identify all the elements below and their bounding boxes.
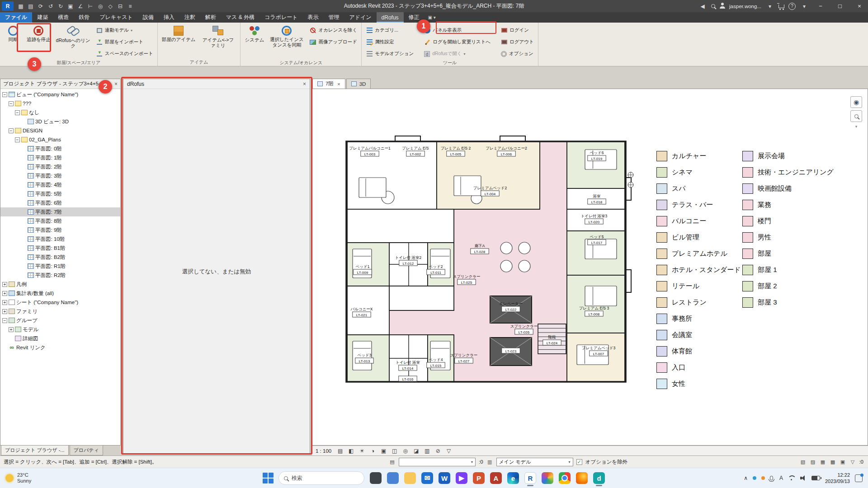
model-options-button[interactable]: モデルオプション	[364, 50, 415, 58]
ribbon-tab-4[interactable]: 鉄骨	[74, 12, 94, 23]
drofus-icon[interactable]: d	[590, 469, 608, 487]
tree-item[interactable]: 3D ビュー: 3D	[0, 117, 120, 126]
volume-icon[interactable]	[800, 475, 807, 481]
ribbon-tab-13[interactable]: 管理	[323, 12, 344, 23]
tray-app-icon[interactable]	[753, 476, 756, 480]
minimize-button[interactable]: −	[813, 0, 828, 12]
ribbon-tab-15[interactable]: dRofus	[377, 12, 404, 23]
tree-item[interactable]: 平面図: 6階	[0, 198, 120, 207]
save-icon[interactable]: ▦	[16, 3, 25, 9]
close-icon[interactable]: ×	[337, 81, 340, 87]
tab-properties[interactable]: プロパティ	[70, 446, 103, 455]
tree-item[interactable]: 平面図: 9階	[0, 225, 120, 235]
zoom-icon[interactable]	[850, 110, 862, 122]
undo-icon[interactable]: ↺	[46, 3, 55, 9]
link-to-drofus-button[interactable]: dRofusへのリンク	[54, 24, 93, 49]
import-rooms-button[interactable]: 部屋をインポート	[94, 38, 155, 46]
help-caret-icon[interactable]: ▾	[800, 3, 809, 9]
tree-item[interactable]: 平面図: B1階	[0, 244, 120, 253]
print-icon[interactable]: ▣	[66, 3, 75, 9]
ribbon-tab-14[interactable]: アドイン	[344, 12, 376, 23]
temporary-hide-isolate-icon[interactable]: ◎	[401, 447, 409, 455]
reveal-hidden-elements-icon[interactable]: ◪	[412, 447, 420, 455]
steering-wheel-icon[interactable]: ◉	[850, 96, 862, 108]
exclude-occurrence-button[interactable]: オカレンスを除く	[308, 27, 359, 34]
tree-item[interactable]: +ファミリ	[0, 307, 120, 316]
account-caret-icon[interactable]: ▾	[765, 3, 774, 9]
navbar-caret-icon[interactable]: ▾	[855, 124, 858, 129]
thin-lines-icon[interactable]: ≡	[126, 3, 135, 9]
sync-selected-instances-button[interactable]: 選択したインスタンスを同期	[267, 24, 306, 48]
tree-collapse-icon[interactable]: −	[15, 110, 20, 115]
tree-collapse-icon[interactable]: −	[2, 92, 7, 97]
select-pinned-icon[interactable]: ▦	[819, 459, 826, 465]
start-log-button[interactable]: ログを開始し変更リストへ	[422, 38, 492, 46]
tray-chevron-icon[interactable]: ∧	[744, 475, 748, 481]
sync-with-central-icon[interactable]: ⟳	[36, 3, 45, 9]
show-crop-region-icon[interactable]: ◫	[391, 447, 398, 455]
acrobat-icon[interactable]: A	[487, 469, 505, 487]
tree-expand-icon[interactable]: +	[2, 291, 7, 296]
dimension-icon[interactable]: ⊢	[86, 3, 95, 9]
tree-item[interactable]: 平面図: 2階	[0, 162, 120, 171]
login-button[interactable]: ログイン	[499, 27, 535, 34]
clock[interactable]: 12:22 2023/09/13	[825, 472, 850, 485]
ribbon-tab-1[interactable]: ファイル	[0, 12, 32, 23]
collapse-icon[interactable]: ◀	[698, 3, 707, 9]
active-workset-select[interactable]: ▾	[399, 458, 476, 466]
sync-button[interactable]: 同期	[3, 24, 24, 42]
ribbon-tab-9[interactable]: 解析	[200, 12, 221, 23]
tree-expand-icon[interactable]: +	[2, 300, 7, 305]
tree-item[interactable]: +モデル	[0, 325, 120, 334]
drag-on-selection-icon[interactable]: ▣	[839, 459, 846, 465]
filter-icon[interactable]: ▽	[849, 459, 856, 465]
ribbon-tab-8[interactable]: 注釈	[179, 12, 200, 23]
tree-item[interactable]: 平面図: 4階	[0, 180, 120, 189]
tree-collapse-icon[interactable]: −	[2, 318, 7, 323]
ribbon-tab-11[interactable]: コラボレート	[259, 12, 302, 23]
ribbon-tab-6[interactable]: 設備	[138, 12, 159, 23]
tree-item[interactable]: +シート ("Company Name")	[0, 298, 120, 307]
close-icon[interactable]: ×	[114, 81, 118, 87]
open-in-drofus-button[interactable]: dRofusで開く▾	[422, 50, 492, 58]
account-menu[interactable]: jasper.wong...	[729, 4, 761, 9]
word-icon[interactable]: W	[436, 469, 453, 487]
open-icon[interactable]: ▤	[26, 3, 35, 9]
design-options-icon[interactable]: ▥	[486, 459, 493, 465]
floor-plan[interactable]: プレミアムバルコニー1LT-003プレミアム E/SLT-002プレミアム E/…	[341, 134, 635, 394]
redo-icon[interactable]: ↻	[56, 3, 65, 9]
tree-item[interactable]: 平面図: 1階	[0, 153, 120, 162]
close-button[interactable]: ×	[852, 0, 867, 12]
edge-icon[interactable]: e	[505, 469, 522, 487]
clipchamp-icon[interactable]: ▶	[453, 469, 470, 487]
attribute-settings-button[interactable]: 属性設定	[364, 38, 415, 46]
wifi-icon[interactable]	[788, 475, 795, 481]
tree-item[interactable]: 平面図: R2階	[0, 271, 120, 280]
tree-item[interactable]: 平面図: B2階	[0, 253, 120, 262]
hide-panel-button[interactable]: パネル非表示	[422, 27, 492, 34]
tree-item[interactable]: 平面図: R1階	[0, 262, 120, 271]
tree-item[interactable]: 平面図: 8階	[0, 216, 120, 225]
tree-item[interactable]: +凡例	[0, 280, 120, 289]
tree-item[interactable]: +集計表/数量 (all)	[0, 289, 120, 298]
tree-item[interactable]: 平面図: 10階	[0, 235, 120, 244]
search-icon[interactable]	[711, 3, 715, 9]
ribbon-tab-3[interactable]: 構造	[53, 12, 74, 23]
select-links-icon[interactable]: ▧	[799, 459, 806, 465]
detail-level-icon[interactable]: ▤	[336, 447, 344, 455]
ribbon-tab-12[interactable]: 表示	[302, 12, 323, 23]
maximize-button[interactable]: □	[832, 0, 848, 12]
terminal-icon[interactable]	[367, 469, 384, 487]
tree-item[interactable]: ∞Revit リンク	[0, 343, 120, 352]
temporary-view-properties-icon[interactable]: ▥	[423, 447, 431, 455]
select-by-face-icon[interactable]: ▩	[829, 459, 836, 465]
close-icon[interactable]: ×	[303, 81, 306, 87]
room-region[interactable]	[389, 286, 454, 310]
tree-item[interactable]: 平面図: 0階	[0, 144, 120, 153]
tray-app2-icon[interactable]	[761, 476, 765, 480]
section-icon[interactable]: ⊟	[116, 3, 125, 9]
help-icon[interactable]: ?	[788, 3, 796, 10]
drawing-canvas[interactable]: プレミアムバルコニー1LT-003プレミアム E/SLT-002プレミアム E/…	[312, 89, 868, 446]
logout-button[interactable]: ログアウト	[499, 38, 535, 46]
tree-expand-icon[interactable]: +	[2, 309, 7, 314]
